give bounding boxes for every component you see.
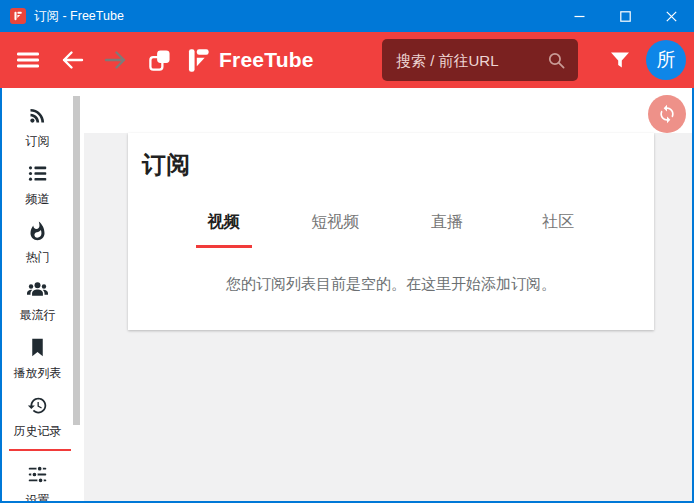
subscriptions-card: 订阅 视频 短视频 直播 社区 您的订阅列表目前是空的。在这里开始添加订阅。 [128, 133, 654, 330]
filter-icon[interactable] [608, 48, 632, 72]
sidebar-item-label: 订阅 [26, 134, 50, 148]
sidebar-item-label: 历史记录 [14, 424, 62, 438]
bookmark-icon [27, 337, 48, 358]
users-icon [27, 279, 48, 300]
app-logo-icon [10, 8, 26, 24]
rss-icon [27, 105, 48, 126]
refresh-subscriptions-button[interactable] [648, 95, 686, 133]
search-input[interactable] [382, 52, 547, 69]
profile-avatar-label: 所 [657, 47, 676, 73]
maximize-button[interactable] [602, 0, 648, 32]
page-title: 订阅 [142, 149, 654, 181]
history-icon [27, 395, 48, 416]
search-bar[interactable] [382, 39, 578, 81]
freetube-logo-icon [185, 47, 212, 74]
new-window-icon[interactable] [148, 48, 171, 72]
sidebar-divider [9, 449, 71, 451]
sidebar-item-playlists[interactable]: 播放列表 [2, 328, 73, 386]
sidebar-item-label: 热门 [26, 250, 50, 264]
tab-videos[interactable]: 视频 [168, 212, 280, 248]
sidebar: 订阅 频道 热门 最流行 播放列表 历史记录 [2, 88, 84, 501]
window-title: 订阅 - FreeTube [34, 8, 556, 25]
back-button[interactable] [60, 48, 84, 72]
tab-live[interactable]: 直播 [391, 212, 503, 248]
sidebar-item-subscriptions[interactable]: 订阅 [2, 96, 73, 154]
channel-list-icon [27, 163, 48, 184]
fire-icon [27, 221, 48, 242]
tab-label: 视频 [196, 212, 252, 248]
sidebar-scrollbar-thumb[interactable] [73, 96, 80, 425]
sidebar-item-label: 频道 [26, 192, 50, 206]
sliders-icon [27, 464, 48, 485]
sidebar-item-label: 播放列表 [14, 366, 62, 380]
main-top-strip [84, 88, 692, 133]
tab-label: 短视频 [299, 212, 371, 248]
freetube-window: 订阅 - FreeTube FreeTube [0, 0, 694, 503]
sidebar-item-label: 最流行 [20, 308, 56, 322]
tab-community[interactable]: 社区 [503, 212, 615, 248]
tab-label: 社区 [530, 212, 586, 248]
sidebar-item-history[interactable]: 历史记录 [2, 386, 73, 444]
content-area: 订阅 频道 热门 最流行 播放列表 历史记录 [0, 88, 694, 503]
close-button[interactable] [648, 0, 694, 32]
menu-button[interactable] [16, 48, 40, 72]
refresh-icon [657, 104, 677, 124]
sidebar-item-channels[interactable]: 频道 [2, 154, 73, 212]
sidebar-item-most-popular[interactable]: 最流行 [2, 270, 73, 328]
sidebar-item-label: 设置 [26, 493, 50, 501]
forward-button-disabled[interactable] [104, 48, 128, 72]
minimize-button[interactable] [556, 0, 602, 32]
titlebar: 订阅 - FreeTube [0, 0, 694, 32]
sidebar-item-trending[interactable]: 热门 [2, 212, 73, 270]
profile-avatar[interactable]: 所 [646, 40, 686, 80]
subscription-tabs: 视频 短视频 直播 社区 [168, 212, 614, 248]
logo-text: FreeTube [219, 48, 314, 72]
main-panel: 订阅 视频 短视频 直播 社区 您的订阅列表目前是空的。在这里开始添加订阅。 [84, 88, 692, 501]
freetube-logo[interactable]: FreeTube [185, 47, 314, 74]
tab-shorts[interactable]: 短视频 [280, 212, 392, 248]
search-icon[interactable] [547, 51, 566, 70]
tab-label: 直播 [419, 212, 475, 248]
empty-subscriptions-message: 您的订阅列表目前是空的。在这里开始添加订阅。 [128, 275, 654, 294]
app-header: FreeTube 所 [0, 32, 694, 88]
sidebar-item-settings[interactable]: 设置 [2, 455, 73, 501]
